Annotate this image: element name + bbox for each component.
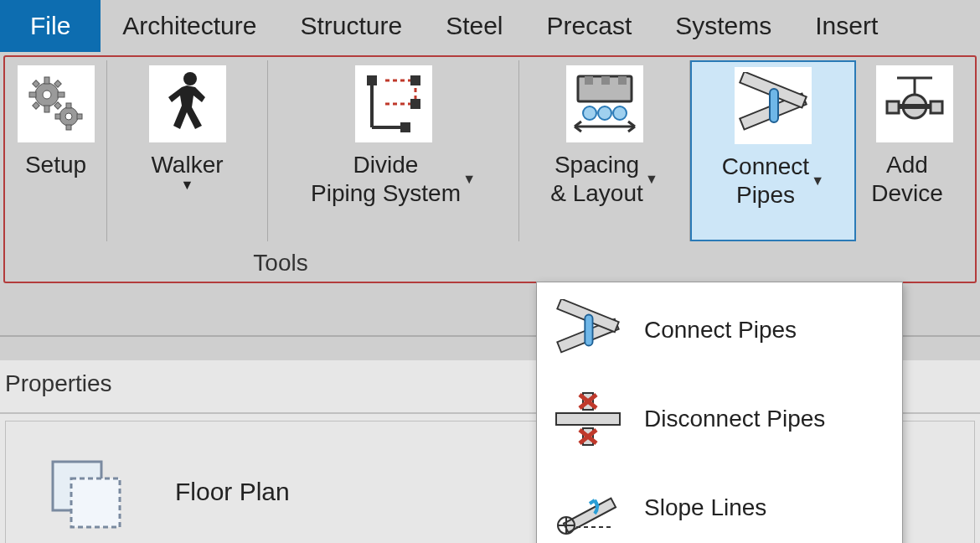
svg-rect-32	[887, 101, 899, 113]
menu-systems[interactable]: Systems	[653, 0, 793, 52]
svg-point-26	[598, 106, 611, 120]
svg-rect-30	[770, 89, 778, 122]
divide-piping-icon	[355, 65, 432, 142]
spacing-label-2: & Layout	[550, 179, 643, 208]
setup-label: Setup	[25, 151, 86, 179]
chevron-down-icon: ▼	[811, 167, 824, 195]
svg-rect-2	[44, 77, 49, 84]
ribbon-panel-title: Tools	[5, 250, 975, 277]
svg-rect-43	[71, 478, 120, 527]
svg-point-16	[183, 72, 197, 85]
chevron-down-icon: ▼	[181, 178, 194, 193]
connect-pipes-button[interactable]: Connect Pipes ▼	[690, 60, 856, 241]
add-device-label-1: Add	[886, 151, 928, 179]
slope-lines-icon	[550, 470, 626, 543]
gears-icon	[18, 65, 95, 142]
setup-button[interactable]: Setup	[5, 60, 107, 241]
menu-architecture[interactable]: Architecture	[101, 0, 278, 52]
dropdown-label: Connect Pipes	[644, 317, 797, 344]
dropdown-item-connect-pipes[interactable]: Connect Pipes	[537, 286, 902, 375]
add-device-label-2: Device	[871, 179, 943, 208]
dropdown-item-disconnect-pipes[interactable]: Disconnect Pipes	[537, 375, 902, 463]
svg-rect-14	[55, 114, 60, 119]
menu-bar: File Architecture Structure Steel Precas…	[0, 0, 980, 52]
spacing-label-1: Spacing	[554, 151, 639, 179]
add-device-button[interactable]: Add Device	[856, 60, 973, 241]
walker-button[interactable]: Walker ▼	[107, 60, 268, 241]
svg-rect-4	[29, 92, 36, 97]
divide-piping-system-button[interactable]: Divide Piping System ▼	[268, 60, 519, 241]
svg-rect-33	[931, 101, 942, 113]
floor-plan-icon	[33, 442, 142, 542]
menu-precast[interactable]: Precast	[525, 0, 654, 52]
svg-rect-24	[618, 76, 627, 85]
connect-pipes-icon	[550, 292, 626, 368]
svg-rect-36	[585, 315, 592, 346]
menu-structure[interactable]: Structure	[278, 0, 424, 52]
spacing-layout-icon	[566, 65, 643, 142]
divide-label-1: Divide	[353, 151, 419, 179]
menu-steel[interactable]: Steel	[424, 0, 524, 52]
svg-rect-5	[58, 92, 64, 97]
svg-point-27	[613, 106, 627, 120]
connect-label-1: Connect	[722, 153, 809, 181]
svg-point-11	[65, 113, 72, 120]
dropdown-label: Slope Lines	[644, 494, 766, 521]
spacing-layout-button[interactable]: Spacing & Layout ▼	[519, 60, 690, 241]
dropdown-label: Disconnect Pipes	[644, 406, 825, 432]
svg-rect-12	[66, 103, 71, 108]
svg-point-1	[43, 90, 51, 99]
svg-rect-17	[367, 75, 377, 85]
svg-point-25	[583, 106, 596, 120]
divide-label-2: Piping System	[311, 179, 461, 208]
ribbon-panel-tools: Setup Walker ▼	[3, 55, 977, 283]
connect-pipes-icon	[735, 67, 812, 144]
walker-label: Walker	[151, 151, 223, 179]
svg-rect-13	[66, 125, 71, 130]
svg-rect-3	[44, 106, 49, 112]
valve-icon	[876, 65, 953, 142]
menu-insert[interactable]: Insert	[793, 0, 900, 52]
disconnect-pipes-icon	[550, 381, 626, 457]
svg-rect-19	[410, 99, 420, 109]
connect-pipes-dropdown: Connect Pipes Disconnect Pipes	[536, 282, 903, 543]
dropdown-item-slope-lines[interactable]: Slope Lines	[537, 463, 902, 543]
connect-label-2: Pipes	[736, 181, 795, 209]
svg-rect-18	[410, 75, 420, 85]
svg-rect-37	[556, 413, 620, 425]
walker-icon	[149, 65, 226, 142]
menu-file[interactable]: File	[0, 0, 101, 52]
svg-rect-20	[400, 122, 410, 132]
chevron-down-icon: ▼	[462, 165, 476, 194]
chevron-down-icon: ▼	[645, 165, 658, 194]
svg-rect-23	[601, 76, 610, 85]
svg-rect-15	[77, 114, 82, 119]
properties-type-label: Floor Plan	[175, 478, 290, 506]
svg-rect-22	[585, 76, 593, 85]
